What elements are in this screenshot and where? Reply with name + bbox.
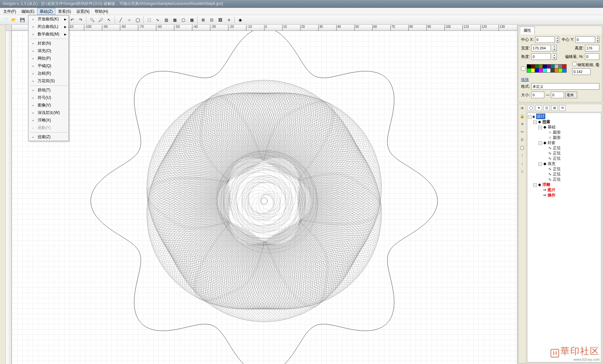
undo-button[interactable]: ↶ [68, 16, 76, 24]
center-y-input[interactable] [575, 36, 595, 43]
dropdown-item[interactable]: ▫平铺(Q) [29, 62, 68, 70]
spinner[interactable]: ▲▼ [596, 36, 599, 43]
tree-expander[interactable]: − [528, 115, 532, 119]
zoom-in-button[interactable]: 🔍 [88, 16, 96, 24]
spinner[interactable]: ▲▼ [556, 36, 559, 43]
color-swatch[interactable] [527, 68, 531, 72]
line-tool[interactable]: ╱ [117, 16, 125, 24]
color-palette[interactable] [527, 64, 567, 73]
delete-icon[interactable]: ✕ [519, 121, 525, 127]
color-swatch[interactable] [543, 68, 547, 72]
envelope-tool[interactable]: ⬚ [145, 16, 153, 24]
menu-item[interactable]: 编辑(E) [19, 8, 37, 15]
color-swatch[interactable] [551, 68, 554, 72]
color-swatch[interactable] [558, 68, 562, 72]
color-swatch[interactable] [535, 68, 539, 72]
tree-node[interactable]: ∿正弦 [548, 172, 561, 177]
color-swatch[interactable] [539, 64, 543, 68]
tree-node[interactable]: ○圆形 [548, 130, 561, 135]
up-icon[interactable]: ↑ [519, 153, 525, 158]
down-icon[interactable]: ↓ [519, 160, 525, 166]
tree-btn-3[interactable]: ⊡ [543, 105, 550, 111]
spinner[interactable]: ▲▼ [552, 45, 557, 51]
tree-btn-4[interactable]: ⊞ [551, 105, 558, 111]
color-swatch[interactable] [547, 68, 551, 72]
layers-tool[interactable]: ≡ [225, 16, 233, 24]
width-input[interactable] [531, 45, 551, 51]
open-button[interactable]: 📂 [10, 16, 18, 24]
color-swatch[interactable] [531, 64, 535, 68]
menu-item[interactable]: 基础(Z) [37, 8, 55, 15]
tree-node[interactable]: ◆基础 [543, 124, 555, 130]
bars-tool[interactable]: ▥ [162, 16, 170, 24]
tree-btn-5[interactable]: ⟲ [559, 105, 566, 111]
dropdown-item[interactable]: ▫边框(R) [29, 70, 68, 77]
tree-expander[interactable]: − [538, 126, 542, 129]
grid-tool[interactable]: ▦ [171, 16, 179, 24]
color-swatch[interactable] [527, 64, 531, 68]
redo-button[interactable]: ↷ [77, 16, 85, 24]
home-icon[interactable]: ⌂ [519, 168, 525, 174]
circle-tool[interactable]: ○ [125, 16, 133, 24]
offset-input[interactable] [585, 53, 599, 60]
cut-icon[interactable]: ✂ [519, 129, 525, 135]
tree-expander[interactable]: − [538, 162, 542, 166]
menu-item[interactable]: 设置(N) [74, 8, 92, 15]
dropdown-item[interactable]: ▫闭合曲线(L)▶ [29, 23, 68, 30]
format-input[interactable] [531, 83, 599, 90]
dropdown-item[interactable]: ▫扭索(Z) [29, 133, 68, 141]
dropdown-item[interactable]: ▫网纹(P) [29, 55, 68, 62]
pen-checkbox[interactable] [572, 62, 576, 66]
group-tool[interactable]: ⊞ [199, 16, 207, 24]
layer-tree[interactable]: −◈ 设计−◆扭索−◆基础○圆形○圆形−◆封套∿正弦∿正弦∿正弦−◆填充∿正弦∿… [527, 113, 601, 362]
new-button[interactable]: 📄 [1, 16, 9, 24]
size-w-input[interactable] [531, 92, 544, 98]
color-swatch[interactable] [558, 64, 562, 68]
tree-root[interactable]: ◈ 设计 [532, 114, 545, 119]
image-tool[interactable]: 🖼 [216, 16, 224, 24]
pen-input[interactable] [572, 68, 591, 75]
color-swatch[interactable] [562, 68, 566, 72]
tree-node[interactable]: ◆填充 [543, 161, 555, 166]
pointer-tool[interactable]: ↖ [105, 16, 113, 24]
dropdown-item[interactable]: ▫图像(V) [29, 101, 68, 109]
center-x-input[interactable] [535, 36, 555, 43]
tree-expander[interactable]: − [533, 120, 537, 124]
color-swatch[interactable] [547, 64, 551, 68]
tree-node[interactable]: ∿正弦 [548, 156, 561, 161]
color-swatch[interactable] [554, 68, 558, 72]
spinner[interactable]: ▲▼ [552, 53, 557, 60]
dropdown-item[interactable]: ▫填充(O) [29, 47, 68, 55]
tree-node[interactable]: ⇒图片 [543, 187, 555, 192]
color-swatch[interactable] [539, 68, 543, 72]
wave-tool[interactable]: ∿ [154, 16, 162, 24]
twist-tool[interactable]: ◉ [236, 16, 244, 24]
dropdown-item[interactable]: ▫群组(T) [29, 86, 68, 94]
tree-node[interactable]: ∿正弦 [548, 151, 561, 156]
shape-tool[interactable]: ◯ [134, 16, 142, 24]
dropdown-item[interactable]: ▫浮雕(X) [29, 117, 68, 124]
menu-item[interactable]: 文件(F) [1, 8, 19, 15]
tree-node[interactable]: ◆浮雕 [537, 182, 550, 187]
save-button[interactable]: 💾 [18, 16, 26, 24]
copy-icon[interactable]: ⎘ [519, 137, 525, 143]
color-swatch[interactable] [543, 64, 547, 68]
eye-icon[interactable]: 👁 [519, 105, 525, 111]
tree-node[interactable]: ○圆形 [548, 135, 561, 140]
dropdown-item[interactable]: ▫封套(N) [29, 40, 68, 47]
angle-input[interactable] [531, 53, 551, 60]
dropdown-item[interactable]: ▫万花筒(S) [29, 77, 68, 85]
tree-node[interactable]: ◆封套 [543, 140, 555, 145]
tree-node[interactable]: ∿正弦 [548, 166, 561, 172]
color-swatch[interactable] [531, 68, 535, 72]
tree-node[interactable]: ∿正弦 [548, 177, 561, 182]
color-checkbox[interactable] [521, 66, 525, 71]
tree-btn-2[interactable]: ✦ [535, 105, 542, 111]
color-swatch[interactable] [551, 64, 554, 68]
symbol-tool[interactable]: ⊡ [208, 16, 216, 24]
pattern-tool[interactable]: ▩ [188, 16, 196, 24]
size-h-input[interactable] [551, 92, 564, 98]
color-swatch[interactable] [562, 64, 566, 68]
color-swatch[interactable] [554, 64, 558, 68]
dropdown-item[interactable]: ▫深浅层次(W) [29, 109, 68, 117]
